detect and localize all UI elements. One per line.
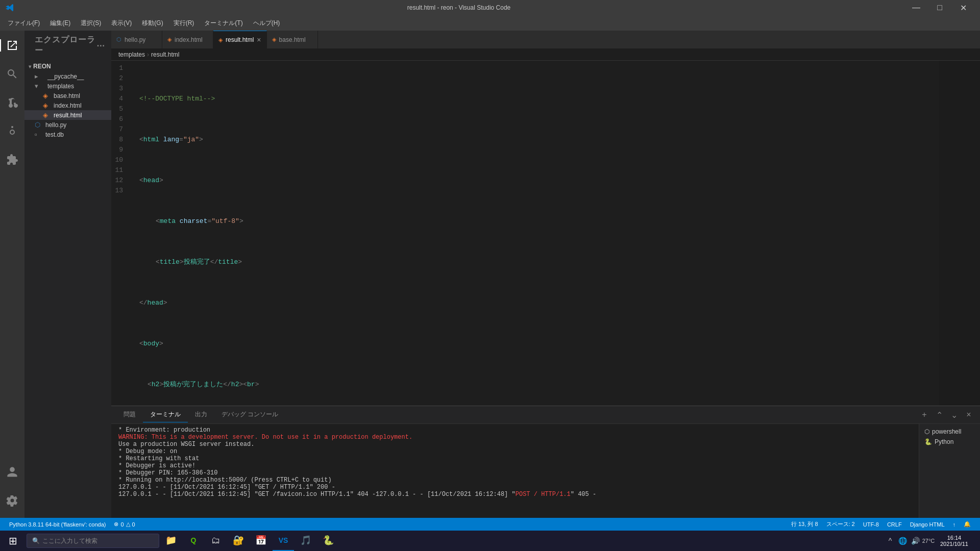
terminal-tab-problems[interactable]: 問題 (116, 407, 143, 422)
activity-bar-bottom (0, 460, 24, 518)
sidebar-more-icon[interactable]: ⋯ (96, 41, 105, 51)
menu-file[interactable]: ファイル(F) (3, 17, 45, 30)
html-file-icon: ◈ (43, 111, 51, 119)
breadcrumb-result-html[interactable]: result.html (151, 51, 179, 58)
menu-select[interactable]: 選択(S) (76, 17, 106, 30)
status-right: 行 13, 列 8 スペース: 2 UTF-8 CRLF Django HTML… (787, 518, 975, 531)
terminal-controls: + ⌃ ⌄ × (918, 409, 975, 421)
start-button[interactable]: ⊞ (3, 531, 23, 551)
clock[interactable]: 16:14 2021/10/11 (936, 535, 972, 547)
status-spaces[interactable]: スペース: 2 (822, 518, 859, 531)
sidebar-item-pycache[interactable]: ▸ __pycache__ (24, 71, 111, 81)
taskbar-app-calendar[interactable]: 📅 (250, 531, 272, 551)
html-file-icon: ◈ (43, 102, 51, 109)
menu-edit[interactable]: 編集(E) (45, 17, 76, 30)
sidebar-item-result-html[interactable]: ◈ result.html (24, 110, 111, 120)
activity-source-control[interactable] (0, 90, 24, 115)
close-button[interactable]: ✕ (951, 0, 975, 15)
terminal-shell-powershell[interactable]: ⬡ powershell (919, 427, 980, 437)
code-line-6: </head> (137, 298, 939, 308)
terminal-new-button[interactable]: + (918, 409, 930, 421)
taskbar-app-explorer2[interactable]: 🗂 (205, 531, 227, 551)
spaces-label: スペース: 2 (826, 520, 855, 528)
taskbar-app-anaconda[interactable]: 🐍 (317, 531, 339, 551)
py-tab-icon: ⬡ (116, 36, 121, 43)
menu-go[interactable]: 移動(G) (137, 17, 168, 30)
menu-view[interactable]: 表示(V) (106, 17, 137, 30)
tray-chevron-icon[interactable]: ^ (885, 531, 895, 551)
term-line-7: * Debugger PIN: 165-386-310 (118, 469, 912, 477)
tab-index-html[interactable]: ◈ index.html (162, 31, 213, 48)
shell-label: powershell (932, 428, 961, 435)
tab-hello-py[interactable]: ⬡ hello.py (111, 31, 162, 48)
sidebar-item-templates[interactable]: ▾ templates (24, 81, 111, 91)
terminal-tab-output[interactable]: 出力 (188, 407, 214, 422)
status-errors[interactable]: ⊗ 0 △ 0 (110, 518, 139, 531)
breadcrumb-templates[interactable]: templates (118, 51, 145, 58)
code-content[interactable]: <!--DOCTYPE html--> <html lang="ja"> <he… (134, 61, 939, 406)
tray-network-icon[interactable]: 🌐 (898, 531, 908, 551)
sidebar-item-base-html[interactable]: ◈ base.html (24, 91, 111, 101)
terminal-tab-terminal[interactable]: ターミナル (143, 407, 188, 422)
terminal-tabs: 問題 ターミナル 出力 デバッグ コンソール + ⌃ ⌄ × (111, 406, 980, 424)
editor-area: ⬡ hello.py ◈ index.html ◈ result.html × … (111, 31, 980, 518)
sidebar-item-label: base.html (54, 92, 80, 99)
activity-explorer[interactable] (0, 33, 24, 58)
minimize-button[interactable]: ― (904, 0, 928, 15)
term-line-1: * Environment: production (118, 427, 912, 434)
status-line-endings[interactable]: CRLF (883, 518, 906, 531)
maximize-button[interactable]: □ (928, 0, 951, 15)
terminal-minimize-icon[interactable]: ⌄ (948, 409, 960, 421)
terminal-shell-python[interactable]: 🐍 Python (919, 437, 980, 447)
menu-run[interactable]: 実行(R) (168, 17, 200, 30)
python-status-label: Python 3.8.11 64-bit ('flaskenv': conda) (9, 521, 106, 528)
term-line-3: Use a production WSGI server instead. (118, 441, 912, 448)
sidebar-item-test-db[interactable]: ▫ test.db (24, 130, 111, 139)
taskbar-app-spotify[interactable]: 🎵 (295, 531, 316, 551)
chevron-right-icon: ▸ (35, 72, 43, 80)
taskbar-app-file-explorer[interactable]: 📁 (160, 531, 182, 551)
activity-debug[interactable] (0, 119, 24, 143)
code-editor[interactable]: 1 2 3 4 5 6 7 8 9 10 11 12 13 <!--DOCTYP… (111, 61, 980, 406)
tray-volume-icon[interactable]: 🔊 (911, 531, 921, 551)
html-tab-icon: ◈ (218, 37, 223, 43)
search-placeholder: ここに入力して検索 (42, 537, 97, 545)
sidebar: エクスプローラー ⋯ ▾ REON ▸ __pycache__ ▾ templa… (24, 31, 111, 518)
status-upload-icon[interactable]: ↑ (949, 518, 960, 531)
taskbar-app-vscode[interactable]: VS (273, 531, 294, 551)
menu-help[interactable]: ヘルプ(H) (248, 17, 285, 30)
status-bar: Python 3.8.11 64-bit ('flaskenv': conda)… (0, 518, 980, 531)
powershell-icon: ⬡ (924, 428, 929, 435)
terminal-close-icon[interactable]: × (963, 409, 975, 421)
sidebar-root-label: REON (33, 63, 51, 70)
activity-settings[interactable] (0, 488, 24, 513)
terminal-tab-debug[interactable]: デバッグ コンソール (214, 407, 285, 422)
line-numbers: 1 2 3 4 5 6 7 8 9 10 11 12 13 (111, 61, 134, 406)
tab-base-html[interactable]: ◈ base.html (267, 31, 318, 48)
status-encoding[interactable]: UTF-8 (859, 518, 883, 531)
status-bell-icon[interactable]: 🔔 (960, 518, 975, 531)
sidebar-item-hello-py[interactable]: ⬡ hello.py (24, 120, 111, 130)
taskbar-app-qiita[interactable]: Q (183, 531, 204, 551)
status-language[interactable]: Django HTML (906, 518, 949, 531)
activity-search[interactable] (0, 62, 24, 86)
terminal-chevron-up-icon[interactable]: ⌃ (933, 409, 945, 421)
shell-label: Python (935, 438, 953, 445)
tab-result-html[interactable]: ◈ result.html × (213, 31, 267, 48)
warning-count: 0 (132, 521, 135, 528)
tray-temperature-icon[interactable]: 27°C (923, 531, 934, 551)
status-python-info[interactable]: Python 3.8.11 64-bit ('flaskenv': conda) (5, 518, 110, 531)
tab-close-icon[interactable]: × (257, 36, 261, 43)
menu-terminal[interactable]: ターミナル(T) (199, 17, 248, 30)
activity-account[interactable] (0, 460, 24, 484)
position-label: 行 13, 列 8 (791, 520, 818, 528)
taskbar-search[interactable]: 🔍 ここに入力して検索 (27, 534, 159, 548)
taskbar-app-keepass[interactable]: 🔐 (228, 531, 249, 551)
html-tab-icon: ◈ (272, 36, 276, 43)
terminal-body[interactable]: * Environment: production WARNING: This … (111, 424, 919, 518)
status-position[interactable]: 行 13, 列 8 (787, 518, 822, 531)
activity-extensions[interactable] (0, 147, 24, 172)
sidebar-item-index-html[interactable]: ◈ index.html (24, 101, 111, 110)
sidebar-reon-header[interactable]: ▾ REON (24, 61, 111, 71)
code-line-1: <!--DOCTYPE html--> (137, 94, 939, 104)
